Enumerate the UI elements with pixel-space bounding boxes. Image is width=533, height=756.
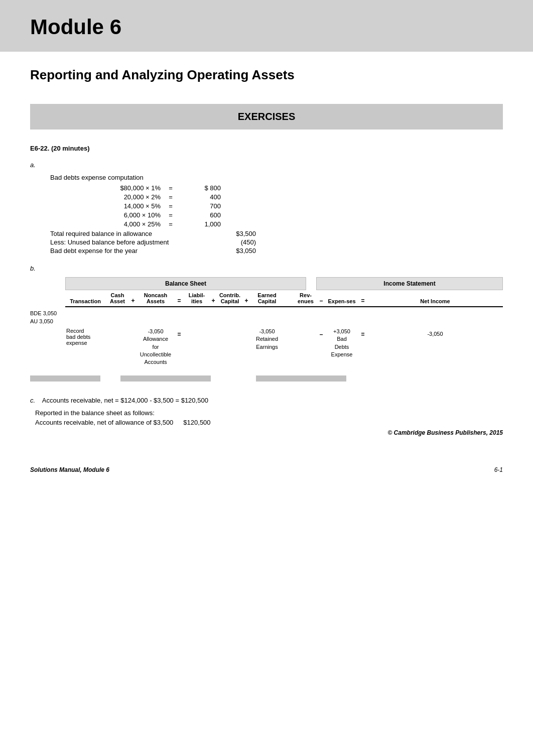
comp-value-5: 1,000 xyxy=(181,220,221,228)
data-row: Recordbad debtsexpense -3,050Allowancefo… xyxy=(30,327,503,367)
exercise-label: E6-22. (20 minutes) xyxy=(30,145,503,152)
cell-noncash: -3,050AllowanceforUncollectibleAccounts xyxy=(137,327,175,367)
copyright: © Cambridge Business Publishers, 2015 xyxy=(30,429,503,436)
exercises-banner-text: EXERCISES xyxy=(238,111,295,122)
comp-label-5: 4,000 × 25% xyxy=(50,220,161,228)
bde-au-labels: BDE 3,050 AU 3,050 xyxy=(30,309,65,326)
cell-transaction: Recordbad debtsexpense xyxy=(65,327,105,347)
main-content: Reporting and Analyzing Operating Assets… xyxy=(0,67,533,473)
balance-sheet-header: Balance Sheet xyxy=(65,277,306,290)
col-gap xyxy=(284,306,294,307)
module-title: Module 6 xyxy=(30,15,503,39)
comp-value-1: $ 800 xyxy=(181,184,221,192)
total-label-2: Less: Unused balance before adjustment xyxy=(50,238,211,246)
total-row-3: Bad debt expense for the year $3,050 xyxy=(50,247,503,255)
cell-minus: – xyxy=(317,327,325,338)
footer-row: Solutions Manual, Module 6 6-1 xyxy=(30,466,503,473)
part-c-label: c. xyxy=(30,397,35,404)
comp-label-3: 14,000 × 5% xyxy=(50,202,161,210)
income-stmt-header: Income Statement xyxy=(316,277,503,290)
comp-eq-2: = xyxy=(161,193,181,201)
totals-block: Total required balance in allowance $3,5… xyxy=(50,230,503,255)
comp-eq-3: = xyxy=(161,202,181,210)
comp-label-4: 6,000 × 10% xyxy=(50,211,161,219)
comp-value-4: 600 xyxy=(181,211,221,219)
computation-block: Bad debts expense computation $80,000 × … xyxy=(50,174,503,255)
comp-row-4: 6,000 × 10% = 600 xyxy=(50,211,503,219)
computation-title: Bad debts expense computation xyxy=(50,174,503,181)
reported-label: Accounts receivable, net of allowance of… xyxy=(35,419,173,426)
col-header-plus3: + xyxy=(243,297,250,307)
reported-row: Accounts receivable, net of allowance of… xyxy=(35,419,503,426)
cell-rev xyxy=(294,327,317,329)
total-value-2: (450) xyxy=(216,238,256,246)
total-row-1: Total required balance in allowance $3,5… xyxy=(50,230,503,237)
total-value-1: $3,500 xyxy=(216,230,256,237)
part-b-container: b. Balance Sheet Income Statement Transa… xyxy=(30,265,503,382)
cell-net: -3,050 xyxy=(367,327,503,338)
section-headers: Balance Sheet Income Statement xyxy=(65,277,503,290)
bde-label: BDE 3,050 xyxy=(30,309,65,318)
col-header-exp: Expen-ses xyxy=(325,296,358,307)
part-a-label: a. xyxy=(30,161,503,169)
col-header-earned: Earned Capital xyxy=(250,290,284,307)
bde-au-row-spacer xyxy=(65,309,503,317)
col-header-transaction: Transaction xyxy=(65,296,105,307)
total-row-2: Less: Unused balance before adjustment (… xyxy=(50,238,503,246)
comp-eq-4: = xyxy=(161,211,181,219)
part-b-label: b. xyxy=(30,265,503,272)
col-header-minus: – xyxy=(317,297,325,307)
col-header-rev: Rev-enues xyxy=(294,290,317,307)
comp-row-2: 20,000 × 2% = 400 xyxy=(50,193,503,201)
comp-row-1: $80,000 × 1% = $ 800 xyxy=(50,184,503,192)
cell-liab xyxy=(184,327,210,329)
reported-title: Reported in the balance sheet as follows… xyxy=(35,409,503,417)
part-c: c. Accounts receivable, net = $124,000 -… xyxy=(30,397,503,436)
comp-row-5: 4,000 × 25% = 1,000 xyxy=(50,220,503,228)
comp-value-3: 700 xyxy=(181,202,221,210)
gray-bars xyxy=(30,375,503,382)
exercises-banner: EXERCISES xyxy=(30,104,503,130)
col-header-plus1: + xyxy=(129,297,137,307)
reported-block: Reported in the balance sheet as follows… xyxy=(35,409,503,426)
au-label: AU 3,050 xyxy=(30,317,65,326)
footer-right: 6-1 xyxy=(494,466,503,473)
comp-value-2: 400 xyxy=(181,193,221,201)
col-header-eq1: = xyxy=(175,297,184,307)
cell-cash xyxy=(105,327,129,329)
total-label-3: Bad debt expense for the year xyxy=(50,247,211,255)
comp-eq-1: = xyxy=(161,184,181,192)
total-value-3: $3,050 xyxy=(216,247,256,255)
cell-eq2: = xyxy=(358,327,367,338)
section-title: Reporting and Analyzing Operating Assets xyxy=(30,67,503,84)
cell-earned: -3,050RetainedEarnings xyxy=(250,327,284,352)
col-header-eq2: = xyxy=(358,297,367,307)
cell-contrib xyxy=(217,327,243,329)
footer-left: Solutions Manual, Module 6 xyxy=(30,466,109,473)
part-c-text: Accounts receivable, net = $124,000 - $3… xyxy=(42,397,208,404)
module-header: Module 6 xyxy=(0,0,533,52)
col-header-noncash: Noncash Assets xyxy=(137,290,175,307)
comp-label-2: 20,000 × 2% xyxy=(50,193,161,201)
comp-label-1: $80,000 × 1% xyxy=(50,184,161,192)
col-headers-row: Transaction Cash Asset + Noncash Assets … xyxy=(30,290,503,307)
gray-bar-1 xyxy=(30,375,100,382)
comp-eq-5: = xyxy=(161,220,181,228)
cell-eq1: = xyxy=(175,327,184,338)
col-header-cash: Cash Asset xyxy=(105,290,129,307)
spacer xyxy=(306,277,316,290)
bde-au-side: BDE 3,050 AU 3,050 xyxy=(30,309,503,326)
part-c-label-row: c. Accounts receivable, net = $124,000 -… xyxy=(30,397,503,404)
col-header-contrib: Contrib. Capital xyxy=(217,290,243,307)
col-header-liab: Liabil-ities xyxy=(184,290,210,307)
reported-value: $120,500 xyxy=(183,419,210,426)
col-header-net: Net Income xyxy=(367,296,503,307)
gray-bar-2 xyxy=(120,375,211,382)
gray-bar-3 xyxy=(256,375,346,382)
total-label-1: Total required balance in allowance xyxy=(50,230,211,237)
comp-row-3: 14,000 × 5% = 700 xyxy=(50,202,503,210)
cell-exp: +3,050BadDebtsExpense xyxy=(325,327,358,360)
col-header-plus2: + xyxy=(210,297,217,307)
